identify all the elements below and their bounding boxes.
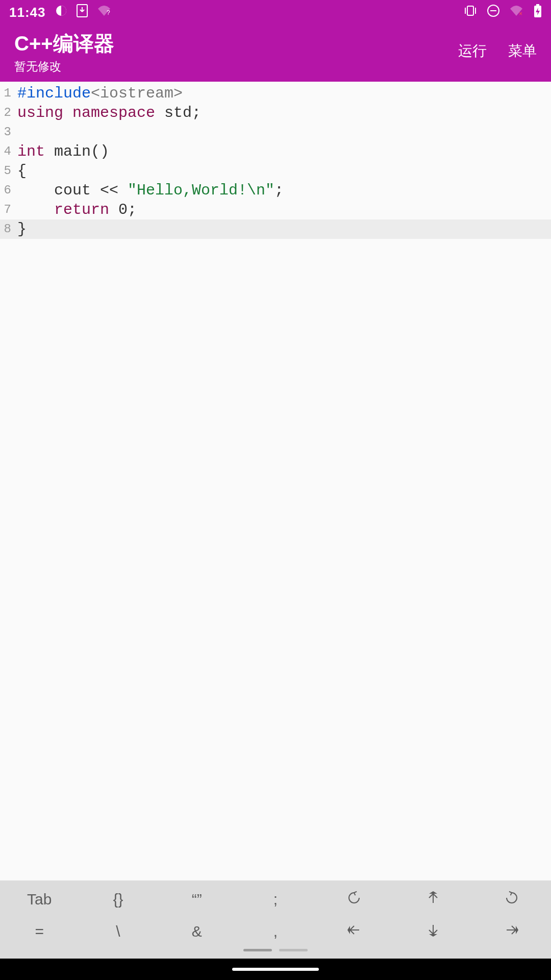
home-indicator[interactable] (232, 968, 319, 971)
status-right: × (463, 4, 542, 21)
arrow-up-key[interactable] (393, 884, 472, 916)
code-content[interactable]: } (13, 219, 27, 239)
run-button[interactable]: 运行 (458, 41, 487, 61)
arrow-left-key[interactable] (315, 916, 393, 948)
code-line[interactable]: 3 (0, 122, 551, 142)
code-content[interactable] (13, 122, 17, 142)
line-number: 5 (0, 161, 13, 181)
ampersand-key[interactable]: & (158, 916, 236, 948)
braces-key[interactable]: {} (79, 884, 157, 916)
code-content[interactable]: using namespace std; (13, 103, 201, 122)
toolbar-scroll-indicator (0, 949, 551, 951)
contrast-icon (55, 5, 67, 20)
code-line[interactable]: 5{ (0, 161, 551, 181)
code-line[interactable]: 4int main() (0, 142, 551, 161)
battery-charging-icon (534, 4, 542, 21)
tab-key[interactable]: Tab (0, 884, 79, 916)
code-content[interactable]: { (13, 161, 27, 181)
quotes-key[interactable]: “” (158, 884, 236, 916)
app-subtitle: 暂无修改 (14, 59, 114, 75)
comma-key[interactable]: , (236, 916, 315, 948)
arrow-right-key[interactable] (472, 916, 551, 948)
code-content[interactable]: return 0; (13, 200, 137, 219)
app-actions: 运行 菜单 (458, 41, 537, 63)
arrow-right-icon (505, 923, 519, 937)
code-editor[interactable]: 1#include<iostream>2using namespace std;… (0, 82, 551, 880)
svg-text:?: ? (107, 9, 110, 16)
code-line[interactable]: 1#include<iostream> (0, 84, 551, 103)
undo-icon (347, 891, 361, 905)
menu-button[interactable]: 菜单 (508, 41, 537, 61)
backslash-key[interactable]: \ (79, 916, 157, 948)
code-line[interactable]: 2using namespace std; (0, 103, 551, 122)
line-number: 8 (0, 219, 13, 239)
code-line[interactable]: 7 return 0; (0, 200, 551, 219)
line-number: 1 (0, 84, 13, 103)
vibrate-icon (463, 5, 478, 20)
arrow-down-icon (426, 923, 440, 937)
symbol-toolbar: Tab{}“”;=\&, (0, 880, 551, 959)
download-box-icon (77, 4, 88, 21)
status-bar: 11:43 ? × (0, 0, 551, 24)
wifi-question-icon: ? (97, 5, 112, 20)
toolbar-row: Tab{}“”; (0, 884, 551, 916)
app-bar: C++编译器 暂无修改 运行 菜单 (0, 24, 551, 82)
line-number: 6 (0, 181, 13, 200)
toolbar-row: =\&, (0, 916, 551, 948)
arrow-down-key[interactable] (393, 916, 472, 948)
arrow-up-icon (426, 891, 440, 905)
equals-key[interactable]: = (0, 916, 79, 948)
system-nav-bar (0, 959, 551, 980)
undo-key[interactable] (315, 884, 393, 916)
line-number: 2 (0, 103, 13, 122)
wifi-off-icon: × (509, 5, 524, 20)
code-line[interactable]: 8} (0, 219, 551, 239)
svg-rect-10 (536, 4, 539, 6)
code-content[interactable]: #include<iostream> (13, 84, 183, 103)
line-number: 7 (0, 200, 13, 219)
arrow-left-icon (347, 923, 361, 937)
redo-key[interactable] (472, 884, 551, 916)
code-line[interactable]: 6 cout << "Hello,World!\n"; (0, 181, 551, 200)
semicolon-key[interactable]: ; (236, 884, 315, 916)
app-title-block: C++编译器 暂无修改 (14, 30, 114, 75)
code-content[interactable]: int main() (13, 142, 109, 161)
line-number: 3 (0, 122, 13, 142)
svg-rect-3 (467, 6, 473, 15)
status-left: 11:43 ? (9, 4, 112, 21)
code-content[interactable]: cout << "Hello,World!\n"; (13, 181, 284, 200)
svg-text:×: × (519, 10, 522, 17)
app-title: C++编译器 (14, 30, 114, 58)
dnd-icon (487, 4, 500, 21)
clock: 11:43 (9, 5, 46, 20)
line-number: 4 (0, 142, 13, 161)
redo-icon (505, 891, 519, 905)
